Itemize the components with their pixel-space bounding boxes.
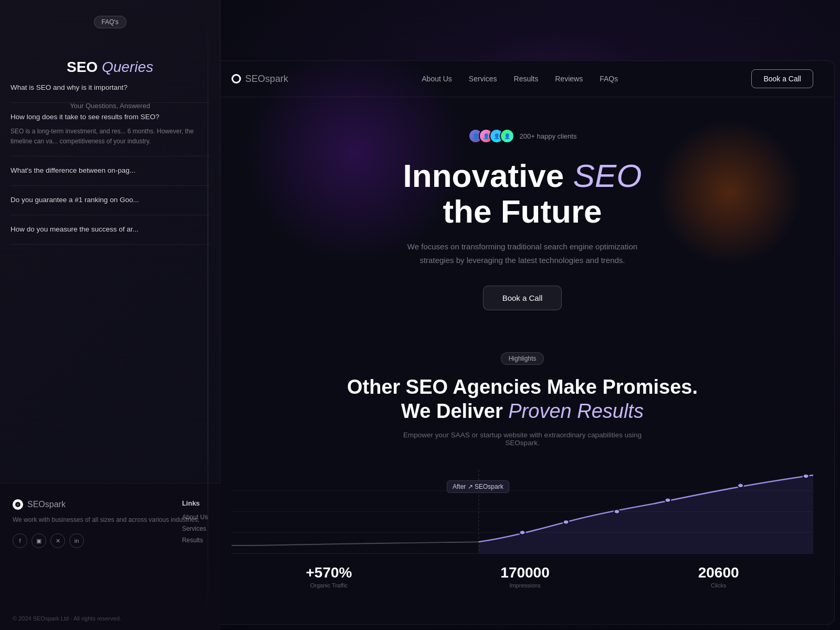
- nav-brand-name: SEOspark: [245, 74, 288, 85]
- nav-results[interactable]: Results: [514, 75, 539, 83]
- faq-badge: FAQ's: [93, 16, 126, 28]
- nav-brand: SEOspark: [232, 74, 288, 85]
- chart-after-label: After ↗ SEOspark: [447, 480, 509, 493]
- footer-social: f ▣ ✕ in: [13, 533, 208, 548]
- faq-answer-2: SEO is a long-term investment, and res..…: [10, 127, 209, 146]
- faq-list: What is SEO and why is it important? How…: [0, 74, 220, 245]
- svg-point-8: [614, 509, 620, 513]
- navbar: SEOspark About Us Services Results Revie…: [211, 61, 834, 97]
- footer-link-services[interactable]: Services: [182, 525, 208, 532]
- svg-point-10: [738, 483, 743, 487]
- hero-book-call-button[interactable]: Book a Call: [483, 286, 562, 310]
- footer-copyright: © 2024 SEOspark Ltd · All rights reserve…: [13, 615, 121, 622]
- chart-area: After ↗ SEOspark: [232, 470, 813, 554]
- footer-brand-name: SEOspark: [27, 500, 66, 509]
- footer-links-title: Links: [182, 499, 208, 507]
- stat-traffic-value: +570%: [306, 564, 352, 581]
- instagram-icon[interactable]: ▣: [32, 533, 46, 548]
- footer-tagline: We work with businesses of all sizes and…: [13, 515, 208, 525]
- avatar-4: 👤: [500, 129, 514, 143]
- nav-book-call-button[interactable]: Book a Call: [751, 69, 813, 88]
- stat-clicks: 20600 Clicks: [698, 564, 739, 589]
- hero-headline: Innovative SEOthe Future: [232, 158, 813, 229]
- nav-faqs[interactable]: FAQs: [600, 75, 618, 83]
- facebook-icon[interactable]: f: [13, 533, 27, 548]
- stat-traffic: +570% Organic Traffic: [306, 564, 352, 589]
- highlights-badge: Highlights: [501, 352, 544, 365]
- stats-row: +570% Organic Traffic 170000 Impressions…: [211, 554, 834, 594]
- faq-question-5: How do you measure the success of ar...: [10, 225, 209, 235]
- faq-item-2[interactable]: How long does it take to see results fro…: [10, 103, 209, 156]
- x-twitter-icon[interactable]: ✕: [50, 533, 65, 548]
- footer-logo-icon: [13, 499, 23, 510]
- faq-question-3: What's the difference between on-pag...: [10, 166, 209, 176]
- chart-label-text: After ↗ SEOspark: [453, 483, 503, 490]
- nav-links: About Us Services Results Reviews FAQs: [422, 75, 618, 83]
- svg-point-11: [803, 474, 809, 478]
- footer-brand: SEOspark: [13, 499, 208, 510]
- stat-traffic-label: Organic Traffic: [306, 582, 352, 589]
- svg-point-9: [665, 498, 670, 502]
- svg-point-1: [17, 503, 19, 506]
- social-proof-text: 200+ happy clients: [520, 132, 577, 140]
- footer-links-section: Links About Us Services Results: [182, 499, 208, 548]
- faq-item-3[interactable]: What's the difference between on-pag...: [10, 156, 209, 186]
- svg-point-7: [563, 520, 569, 524]
- faq-panel: FAQ's SEO Queries Your Questions, Answer…: [0, 0, 220, 483]
- nav-services[interactable]: Services: [469, 75, 497, 83]
- nav-reviews[interactable]: Reviews: [555, 75, 583, 83]
- avatars: 👤 👤 👤 👤: [468, 129, 514, 143]
- faq-question-2: How long does it take to see results fro…: [10, 112, 209, 122]
- faq-question-4: Do you guarantee a #1 ranking on Goo...: [10, 195, 209, 205]
- linkedin-icon[interactable]: in: [69, 533, 84, 548]
- nav-about[interactable]: About Us: [422, 75, 452, 83]
- hero-section: 👤 👤 👤 👤 200+ happy clients Innovative SE…: [211, 97, 834, 337]
- highlights-section: Highlights Other SEO Agencies Make Promi…: [211, 337, 834, 469]
- main-site: SEOspark About Us Services Results Revie…: [210, 60, 835, 625]
- nav-logo-dot: [232, 74, 241, 83]
- performance-chart: [232, 470, 813, 553]
- stat-impressions-value: 170000: [500, 564, 549, 581]
- svg-point-6: [519, 530, 525, 534]
- stat-impressions-label: Impressions: [500, 582, 549, 589]
- faq-item-4[interactable]: Do you guarantee a #1 ranking on Goo...: [10, 186, 209, 215]
- footer-link-about[interactable]: About Us: [182, 513, 208, 521]
- stat-impressions: 170000 Impressions: [500, 564, 549, 589]
- stat-clicks-value: 20600: [698, 564, 739, 581]
- highlights-subtext: Empower your SAAS or startup website wit…: [391, 431, 654, 447]
- faq-item-1[interactable]: What is SEO and why is it important?: [10, 74, 209, 103]
- hero-social-proof: 👤 👤 👤 👤 200+ happy clients: [232, 129, 813, 143]
- footer-panel: SEOspark We work with businesses of all …: [0, 483, 220, 630]
- stat-clicks-label: Clicks: [698, 582, 739, 589]
- faq-question-1: What is SEO and why is it important?: [10, 83, 209, 93]
- faq-item-5[interactable]: How do you measure the success of ar...: [10, 215, 209, 245]
- footer-link-results[interactable]: Results: [182, 537, 208, 544]
- panel-divider: [207, 0, 208, 630]
- highlights-heading: Other SEO Agencies Make Promises. We Del…: [232, 375, 813, 423]
- hero-subtext: We focuses on transforming traditional s…: [402, 240, 643, 267]
